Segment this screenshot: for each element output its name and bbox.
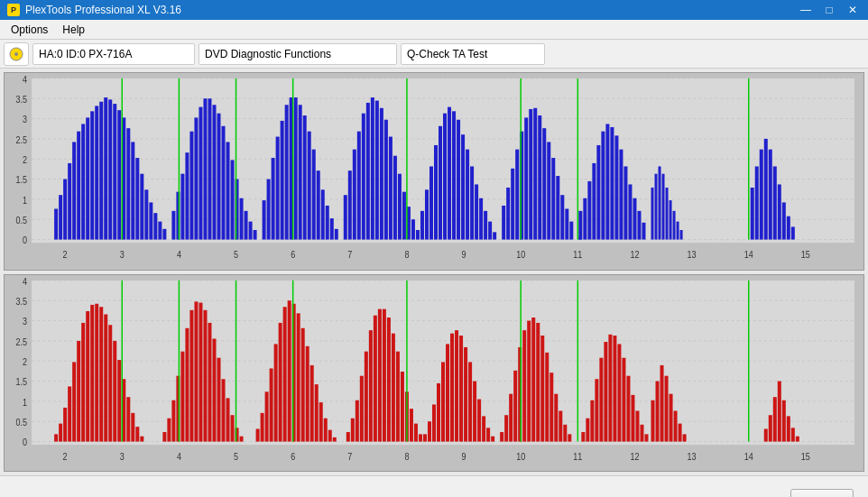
svg-rect-251 (194, 301, 198, 441)
svg-rect-339 (626, 375, 630, 441)
svg-rect-43 (86, 117, 89, 239)
svg-rect-95 (330, 218, 334, 240)
svg-rect-225 (59, 423, 62, 441)
svg-rect-274 (310, 364, 314, 441)
svg-rect-258 (226, 398, 230, 441)
svg-rect-36 (54, 208, 58, 239)
function-select[interactable]: DVD Diagnostic Functions (199, 43, 397, 65)
svg-text:2: 2 (23, 154, 27, 165)
svg-rect-340 (631, 394, 634, 441)
svg-rect-235 (104, 314, 107, 441)
maximize-button[interactable]: □ (821, 4, 837, 16)
svg-text:13: 13 (688, 450, 697, 461)
svg-rect-119 (443, 114, 447, 240)
svg-rect-146 (569, 222, 573, 240)
svg-rect-307 (468, 362, 472, 441)
svg-rect-68 (203, 98, 207, 239)
svg-text:6: 6 (291, 450, 296, 461)
svg-rect-134 (515, 150, 519, 240)
svg-rect-169 (673, 211, 676, 240)
svg-rect-127 (479, 198, 483, 240)
svg-rect-238 (117, 360, 121, 442)
svg-rect-165 (659, 166, 661, 239)
svg-rect-113 (416, 230, 420, 240)
svg-rect-71 (217, 114, 220, 240)
svg-rect-236 (108, 325, 112, 441)
svg-rect-242 (135, 427, 139, 441)
menu-help[interactable]: Help (55, 22, 92, 38)
svg-rect-46 (99, 102, 103, 240)
svg-rect-283 (360, 375, 364, 441)
svg-rect-74 (231, 160, 235, 239)
svg-text:4: 4 (23, 74, 28, 85)
svg-text:3.5: 3.5 (16, 94, 28, 105)
svg-rect-348 (669, 393, 673, 441)
svg-rect-102 (366, 103, 370, 240)
svg-rect-167 (666, 188, 669, 240)
drive-select[interactable]: HA:0 ID:0 PX-716A (32, 43, 195, 65)
svg-rect-266 (274, 344, 278, 441)
svg-rect-116 (429, 166, 433, 239)
svg-text:12: 12 (630, 450, 639, 461)
svg-rect-138 (533, 108, 537, 240)
svg-rect-345 (656, 381, 660, 441)
svg-text:1.5: 1.5 (16, 175, 28, 186)
svg-rect-147 (578, 211, 582, 240)
svg-rect-67 (199, 107, 202, 240)
svg-rect-53 (131, 142, 134, 239)
svg-rect-333 (599, 357, 603, 441)
svg-rect-89 (303, 115, 307, 240)
svg-rect-346 (660, 364, 664, 441)
svg-rect-61 (171, 211, 175, 240)
start-button[interactable]: Start (790, 489, 854, 498)
svg-rect-261 (240, 436, 244, 441)
svg-rect-268 (283, 307, 287, 441)
svg-rect-226 (63, 407, 67, 441)
svg-rect-140 (542, 128, 546, 239)
svg-rect-259 (231, 415, 235, 441)
svg-rect-132 (506, 188, 510, 240)
svg-rect-180 (787, 216, 790, 240)
svg-rect-325 (554, 393, 558, 441)
svg-rect-318 (522, 330, 526, 441)
svg-rect-277 (324, 418, 328, 441)
minimize-button[interactable]: — (798, 4, 814, 16)
svg-rect-181 (791, 226, 795, 239)
svg-rect-178 (778, 184, 781, 239)
drive-icon-btn[interactable] (4, 42, 29, 66)
svg-rect-179 (782, 202, 786, 239)
svg-rect-66 (194, 117, 198, 239)
svg-text:14: 14 (744, 450, 754, 461)
svg-rect-160 (637, 211, 641, 240)
test-select[interactable]: Q-Check TA Test (401, 43, 545, 65)
svg-rect-290 (392, 333, 395, 441)
svg-rect-300 (437, 382, 440, 441)
close-button[interactable]: ✕ (845, 4, 861, 16)
svg-rect-161 (642, 223, 645, 240)
svg-text:9: 9 (462, 450, 466, 461)
svg-rect-54 (135, 158, 139, 240)
svg-rect-155 (614, 135, 618, 239)
menu-bar: Options Help (0, 20, 868, 40)
bottom-chart-svg: 4 3.5 3 2.5 2 1.5 1 0.5 0 2 3 4 5 6 7 8 … (5, 275, 863, 472)
svg-rect-152 (601, 132, 605, 240)
svg-rect-171 (680, 230, 683, 240)
svg-rect-301 (441, 362, 445, 441)
svg-rect-329 (581, 432, 585, 442)
svg-rect-129 (488, 222, 492, 240)
svg-rect-58 (153, 213, 157, 239)
svg-rect-131 (502, 206, 505, 240)
svg-text:0.5: 0.5 (16, 215, 28, 225)
menu-options[interactable]: Options (4, 22, 55, 38)
svg-rect-298 (428, 421, 431, 441)
svg-rect-173 (755, 166, 759, 239)
svg-rect-265 (270, 368, 273, 441)
svg-rect-80 (263, 200, 266, 240)
svg-rect-310 (482, 416, 485, 441)
svg-rect-255 (212, 338, 216, 441)
svg-rect-349 (674, 410, 678, 441)
svg-rect-331 (590, 400, 594, 441)
svg-text:14: 14 (744, 249, 754, 260)
svg-rect-322 (540, 336, 544, 442)
svg-rect-332 (595, 379, 598, 441)
